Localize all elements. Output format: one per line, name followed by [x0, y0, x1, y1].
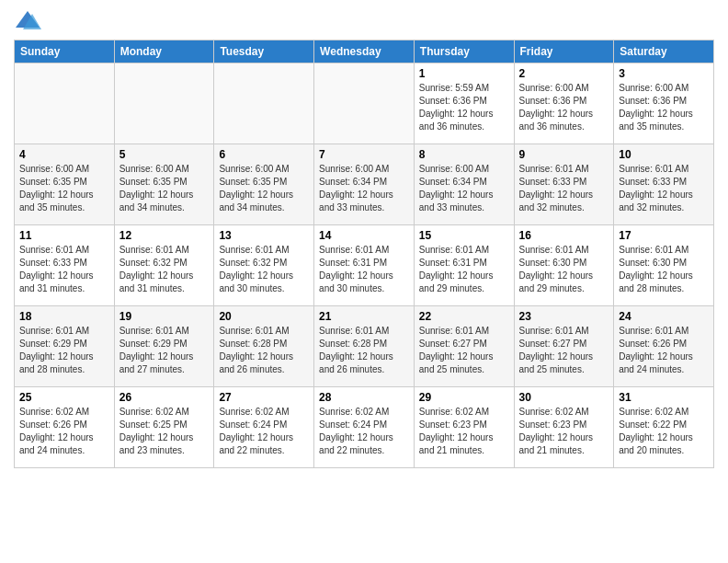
day-cell-14: 14Sunrise: 6:01 AMSunset: 6:31 PMDayligh… — [314, 225, 415, 306]
day-number: 29 — [419, 391, 509, 404]
day-cell-1: 1Sunrise: 5:59 AMSunset: 6:36 PMDaylight… — [414, 63, 514, 144]
day-info: Sunrise: 6:00 AMSunset: 6:34 PMDaylight:… — [319, 163, 409, 214]
day-info: Sunrise: 6:00 AMSunset: 6:35 PMDaylight:… — [119, 163, 210, 214]
day-info: Sunrise: 6:02 AMSunset: 6:24 PMDaylight:… — [319, 406, 409, 457]
day-cell-21: 21Sunrise: 6:01 AMSunset: 6:28 PMDayligh… — [314, 306, 415, 387]
day-info: Sunrise: 6:02 AMSunset: 6:23 PMDaylight:… — [519, 406, 609, 457]
day-info: Sunrise: 6:01 AMSunset: 6:31 PMDaylight:… — [319, 244, 409, 295]
day-cell-8: 8Sunrise: 6:00 AMSunset: 6:34 PMDaylight… — [414, 144, 514, 225]
day-cell-10: 10Sunrise: 6:01 AMSunset: 6:33 PMDayligh… — [614, 144, 714, 225]
day-cell-12: 12Sunrise: 6:01 AMSunset: 6:32 PMDayligh… — [114, 225, 214, 306]
day-cell-2: 2Sunrise: 6:00 AMSunset: 6:36 PMDaylight… — [514, 63, 614, 144]
day-info: Sunrise: 6:01 AMSunset: 6:29 PMDaylight:… — [19, 325, 109, 376]
logo-icon — [14, 9, 41, 32]
day-number: 27 — [219, 391, 309, 404]
day-info: Sunrise: 6:01 AMSunset: 6:31 PMDaylight:… — [419, 244, 509, 295]
day-info: Sunrise: 5:59 AMSunset: 6:36 PMDaylight:… — [419, 82, 509, 133]
day-info: Sunrise: 6:01 AMSunset: 6:27 PMDaylight:… — [419, 325, 509, 376]
day-cell-16: 16Sunrise: 6:01 AMSunset: 6:30 PMDayligh… — [514, 225, 614, 306]
day-cell-7: 7Sunrise: 6:00 AMSunset: 6:34 PMDaylight… — [314, 144, 415, 225]
day-cell-22: 22Sunrise: 6:01 AMSunset: 6:27 PMDayligh… — [414, 306, 514, 387]
day-info: Sunrise: 6:01 AMSunset: 6:33 PMDaylight:… — [619, 163, 709, 214]
day-number: 4 — [19, 148, 109, 161]
day-cell-6: 6Sunrise: 6:00 AMSunset: 6:35 PMDaylight… — [214, 144, 314, 225]
day-info: Sunrise: 6:01 AMSunset: 6:30 PMDaylight:… — [619, 244, 709, 295]
day-info: Sunrise: 6:02 AMSunset: 6:25 PMDaylight:… — [119, 406, 210, 457]
day-number: 2 — [519, 67, 609, 80]
week-row-4: 18Sunrise: 6:01 AMSunset: 6:29 PMDayligh… — [15, 306, 714, 387]
calendar-table: SundayMondayTuesdayWednesdayThursdayFrid… — [14, 40, 714, 468]
day-number: 13 — [219, 229, 309, 242]
day-number: 12 — [119, 229, 210, 242]
day-cell-11: 11Sunrise: 6:01 AMSunset: 6:33 PMDayligh… — [15, 225, 115, 306]
day-number: 11 — [19, 229, 109, 242]
day-info: Sunrise: 6:01 AMSunset: 6:33 PMDaylight:… — [19, 244, 109, 295]
day-cell-19: 19Sunrise: 6:01 AMSunset: 6:29 PMDayligh… — [114, 306, 214, 387]
day-number: 8 — [419, 148, 509, 161]
day-cell-4: 4Sunrise: 6:00 AMSunset: 6:35 PMDaylight… — [15, 144, 115, 225]
day-cell-23: 23Sunrise: 6:01 AMSunset: 6:27 PMDayligh… — [514, 306, 614, 387]
day-cell-18: 18Sunrise: 6:01 AMSunset: 6:29 PMDayligh… — [15, 306, 115, 387]
day-info: Sunrise: 6:02 AMSunset: 6:26 PMDaylight:… — [19, 406, 109, 457]
weekday-header-saturday: Saturday — [614, 40, 714, 63]
day-number: 14 — [319, 229, 409, 242]
weekday-header-monday: Monday — [114, 40, 214, 63]
weekday-header-tuesday: Tuesday — [214, 40, 314, 63]
day-number: 6 — [219, 148, 309, 161]
day-number: 5 — [119, 148, 210, 161]
week-row-5: 25Sunrise: 6:02 AMSunset: 6:26 PMDayligh… — [15, 387, 714, 468]
day-info: Sunrise: 6:01 AMSunset: 6:28 PMDaylight:… — [319, 325, 409, 376]
empty-cell — [15, 63, 115, 144]
day-info: Sunrise: 6:02 AMSunset: 6:22 PMDaylight:… — [619, 406, 709, 457]
day-cell-25: 25Sunrise: 6:02 AMSunset: 6:26 PMDayligh… — [15, 387, 115, 468]
day-info: Sunrise: 6:00 AMSunset: 6:36 PMDaylight:… — [519, 82, 609, 133]
day-number: 3 — [619, 67, 709, 80]
day-cell-28: 28Sunrise: 6:02 AMSunset: 6:24 PMDayligh… — [314, 387, 415, 468]
day-number: 24 — [619, 310, 709, 323]
day-cell-30: 30Sunrise: 6:02 AMSunset: 6:23 PMDayligh… — [514, 387, 614, 468]
weekday-header-friday: Friday — [514, 40, 614, 63]
day-info: Sunrise: 6:01 AMSunset: 6:33 PMDaylight:… — [519, 163, 609, 214]
week-row-3: 11Sunrise: 6:01 AMSunset: 6:33 PMDayligh… — [15, 225, 714, 306]
day-info: Sunrise: 6:01 AMSunset: 6:28 PMDaylight:… — [219, 325, 309, 376]
day-info: Sunrise: 6:00 AMSunset: 6:34 PMDaylight:… — [419, 163, 509, 214]
day-cell-31: 31Sunrise: 6:02 AMSunset: 6:22 PMDayligh… — [614, 387, 714, 468]
day-number: 9 — [519, 148, 609, 161]
day-number: 19 — [119, 310, 210, 323]
day-info: Sunrise: 6:00 AMSunset: 6:35 PMDaylight:… — [19, 163, 109, 214]
day-cell-5: 5Sunrise: 6:00 AMSunset: 6:35 PMDaylight… — [114, 144, 214, 225]
empty-cell — [314, 63, 415, 144]
page-header — [14, 9, 714, 32]
weekday-header-wednesday: Wednesday — [314, 40, 415, 63]
day-number: 25 — [19, 391, 109, 404]
day-cell-17: 17Sunrise: 6:01 AMSunset: 6:30 PMDayligh… — [614, 225, 714, 306]
day-info: Sunrise: 6:02 AMSunset: 6:24 PMDaylight:… — [219, 406, 309, 457]
day-number: 17 — [619, 229, 709, 242]
day-number: 28 — [319, 391, 409, 404]
empty-cell — [214, 63, 314, 144]
day-cell-3: 3Sunrise: 6:00 AMSunset: 6:36 PMDaylight… — [614, 63, 714, 144]
day-info: Sunrise: 6:01 AMSunset: 6:27 PMDaylight:… — [519, 325, 609, 376]
week-row-1: 1Sunrise: 5:59 AMSunset: 6:36 PMDaylight… — [15, 63, 714, 144]
day-cell-26: 26Sunrise: 6:02 AMSunset: 6:25 PMDayligh… — [114, 387, 214, 468]
day-number: 15 — [419, 229, 509, 242]
day-cell-27: 27Sunrise: 6:02 AMSunset: 6:24 PMDayligh… — [214, 387, 314, 468]
day-info: Sunrise: 6:01 AMSunset: 6:29 PMDaylight:… — [119, 325, 210, 376]
day-number: 16 — [519, 229, 609, 242]
day-number: 30 — [519, 391, 609, 404]
day-info: Sunrise: 6:02 AMSunset: 6:23 PMDaylight:… — [419, 406, 509, 457]
day-number: 31 — [619, 391, 709, 404]
day-number: 18 — [19, 310, 109, 323]
day-number: 26 — [119, 391, 210, 404]
day-info: Sunrise: 6:00 AMSunset: 6:35 PMDaylight:… — [219, 163, 309, 214]
day-cell-15: 15Sunrise: 6:01 AMSunset: 6:31 PMDayligh… — [414, 225, 514, 306]
day-number: 7 — [319, 148, 409, 161]
day-number: 1 — [419, 67, 509, 80]
day-info: Sunrise: 6:01 AMSunset: 6:30 PMDaylight:… — [519, 244, 609, 295]
day-info: Sunrise: 6:01 AMSunset: 6:32 PMDaylight:… — [119, 244, 210, 295]
day-number: 21 — [319, 310, 409, 323]
empty-cell — [114, 63, 214, 144]
day-info: Sunrise: 6:01 AMSunset: 6:26 PMDaylight:… — [619, 325, 709, 376]
day-number: 20 — [219, 310, 309, 323]
day-number: 22 — [419, 310, 509, 323]
